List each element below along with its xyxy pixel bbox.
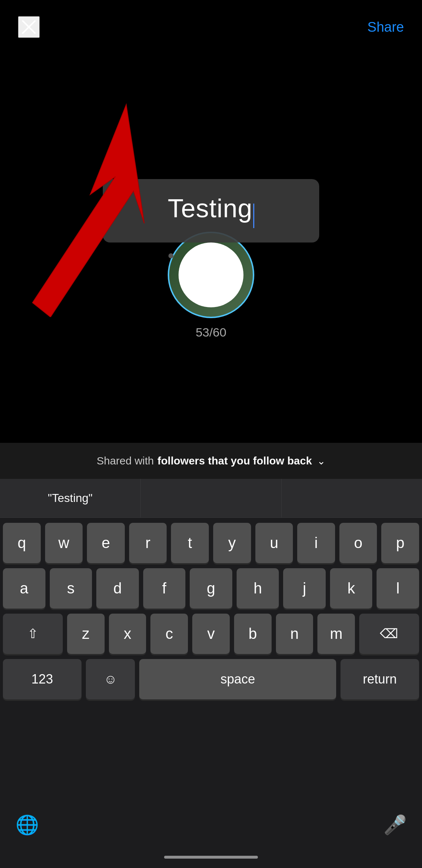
key-b[interactable]: b: [234, 614, 272, 654]
keyboard: "Testing" q w e r t y u i o p a s: [0, 479, 422, 868]
autocomplete-item-2[interactable]: [141, 479, 281, 517]
share-button[interactable]: Share: [368, 19, 404, 35]
shared-with-prefix: Shared with: [97, 455, 154, 467]
key-w[interactable]: w: [45, 523, 83, 563]
key-i[interactable]: i: [297, 523, 335, 563]
key-y[interactable]: y: [213, 523, 251, 563]
shared-with-bar[interactable]: Shared with followers that you follow ba…: [0, 443, 422, 479]
key-row-2: a s d f g h j k l: [3, 568, 419, 609]
key-q[interactable]: q: [3, 523, 41, 563]
chevron-down-icon: ⌄: [317, 455, 325, 467]
autocomplete-bar: "Testing": [0, 479, 422, 518]
emoji-key[interactable]: ☺: [86, 659, 135, 699]
key-row-1: q w e r t y u i o p: [3, 523, 419, 563]
key-x[interactable]: x: [109, 614, 146, 654]
story-circle-container: [168, 232, 254, 318]
key-h[interactable]: h: [237, 568, 279, 609]
mic-icon[interactable]: 🎤: [382, 812, 408, 837]
key-l[interactable]: l: [377, 568, 419, 609]
key-k[interactable]: k: [330, 568, 373, 609]
key-c[interactable]: c: [150, 614, 188, 654]
return-key[interactable]: return: [340, 659, 419, 699]
story-text-box[interactable]: Testing: [103, 179, 319, 242]
screen: Share Testing 53/60 Shared with follower: [0, 0, 422, 868]
key-e[interactable]: e: [87, 523, 125, 563]
keyboard-rows: q w e r t y u i o p a s d f g h j k: [0, 518, 422, 803]
backspace-key[interactable]: ⌫: [359, 614, 419, 654]
story-preview: 53/60: [168, 232, 254, 339]
key-p[interactable]: p: [381, 523, 419, 563]
shift-key[interactable]: ⇧: [3, 614, 63, 654]
key-a[interactable]: a: [3, 568, 45, 609]
key-s[interactable]: s: [50, 568, 92, 609]
key-o[interactable]: o: [339, 523, 377, 563]
content-area: Testing 53/60: [0, 40, 422, 479]
story-circle: [168, 232, 254, 318]
key-row-4: 123 ☺ space return: [3, 659, 419, 699]
shared-with-audience: followers that you follow back: [158, 455, 312, 467]
key-m[interactable]: m: [317, 614, 355, 654]
close-icon: [21, 19, 36, 35]
autocomplete-item-1[interactable]: "Testing": [0, 479, 141, 517]
story-counter: 53/60: [195, 325, 226, 339]
key-z[interactable]: z: [67, 614, 105, 654]
key-r[interactable]: r: [129, 523, 167, 563]
key-d[interactable]: d: [96, 568, 139, 609]
key-v[interactable]: v: [192, 614, 230, 654]
text-cursor: [253, 204, 254, 228]
home-indicator: [0, 846, 422, 868]
globe-icon[interactable]: 🌐: [14, 812, 40, 837]
key-u[interactable]: u: [255, 523, 293, 563]
story-dot: [168, 253, 173, 258]
key-t[interactable]: t: [171, 523, 209, 563]
story-circle-inner: [179, 242, 243, 307]
autocomplete-item-3[interactable]: [282, 479, 422, 517]
key-n[interactable]: n: [276, 614, 313, 654]
story-text-content: Testing: [168, 194, 252, 223]
numbers-key[interactable]: 123: [3, 659, 82, 699]
keyboard-bottom-row: 🌐 🎤: [0, 803, 422, 846]
top-bar: Share: [0, 0, 422, 40]
key-row-3: ⇧ z x c v b n m ⌫: [3, 614, 419, 654]
key-f[interactable]: f: [143, 568, 186, 609]
close-button[interactable]: [18, 16, 40, 38]
space-key[interactable]: space: [139, 659, 336, 699]
home-indicator-bar: [164, 856, 258, 859]
key-g[interactable]: g: [190, 568, 232, 609]
key-j[interactable]: j: [283, 568, 326, 609]
